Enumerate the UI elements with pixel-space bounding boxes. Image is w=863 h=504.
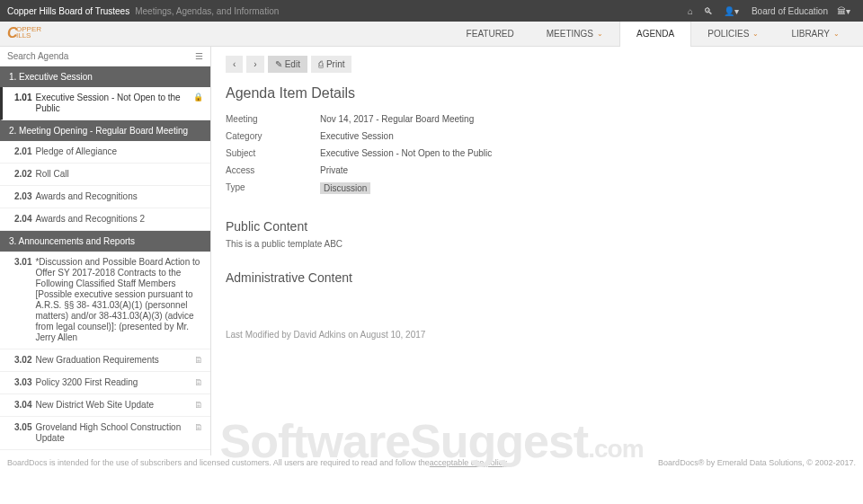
document-icon: 🗎 [194,422,203,432]
section-3[interactable]: 3. Announcements and Reports [0,231,210,252]
section-2[interactable]: 2. Meeting Opening - Regular Board Meeti… [0,120,210,141]
type-label: Type [226,182,320,194]
item-3-06[interactable]: 3.06Education Committee Report🗎 [0,450,210,455]
org-title: Copper Hills Board of Trustees [7,6,129,16]
toolbar: ‹ › ✎Edit ⎙Print [226,56,849,73]
subject-label: Subject [226,148,320,158]
public-content-text: This is a public template ABC [226,239,849,249]
meeting-value: Nov 14, 2017 - Regular Board Meeting [320,114,474,124]
search-bar: ☰ [0,47,210,66]
item-3-04[interactable]: 3.04New District Web Site Update🗎 [0,394,210,417]
footer: BoardDocs is intended for the use of sub… [0,455,863,470]
item-3-05[interactable]: 3.05Groveland High School Construction U… [0,417,210,450]
item-3-03[interactable]: 3.03Policy 3200 First Reading🗎 [0,372,210,394]
acceptable-use-link[interactable]: acceptable use policy [430,458,507,467]
access-value: Private [320,165,348,175]
tab-policies[interactable]: POLICIES⌄ [691,22,775,47]
content-area: ‹ › ✎Edit ⎙Print Agenda Item Details Mee… [211,47,863,455]
org-subtitle: Meetings, Agendas, and Information [135,6,279,16]
tab-featured[interactable]: FEATURED [450,22,530,47]
item-1-01[interactable]: 1.01Executive Session - Not Open to the … [0,87,210,120]
detail-heading: Agenda Item Details [226,85,849,102]
user-icon[interactable]: 👤▾ [724,6,739,16]
tab-library[interactable]: LIBRARY⌄ [775,22,856,47]
chevron-down-icon: ⌄ [597,30,603,38]
document-icon: 🗎 [194,355,203,365]
document-icon: 🗎 [194,400,203,410]
pencil-icon: ✎ [275,59,282,69]
top-bar: Copper Hills Board of Trustees Meetings,… [0,0,863,22]
subject-value: Executive Session - Not Open to the Publ… [320,148,492,158]
item-2-03[interactable]: 2.03Awards and Recognitions [0,186,210,208]
category-label: Category [226,131,320,141]
item-2-01[interactable]: 2.01Pledge of Allegiance [0,141,210,164]
footer-copyright: BoardDocs® by Emerald Data Solutions, © … [658,458,856,467]
item-3-01[interactable]: 3.01*Discussion and Possible Board Actio… [0,252,210,349]
item-2-02[interactable]: 2.02Roll Call [0,164,210,186]
meeting-label: Meeting [226,114,320,124]
public-content-heading: Public Content [226,219,849,234]
header: COPPERILLS FEATURED MEETINGS⌄ AGENDA POL… [0,22,863,47]
next-button[interactable]: › [246,56,263,73]
item-2-04[interactable]: 2.04Awards and Recognitions 2 [0,208,210,231]
tab-meetings[interactable]: MEETINGS⌄ [530,22,619,47]
document-icon: 🗎 [194,377,203,387]
home-icon[interactable]: ⌂ [688,6,693,16]
admin-content-heading: Administrative Content [226,270,849,285]
edit-button[interactable]: ✎Edit [268,56,307,73]
access-label: Access [226,165,320,175]
search-input[interactable] [7,51,195,61]
board-of-education-link[interactable]: Board of Education [752,6,828,16]
print-icon: ⎙ [318,59,324,69]
chevron-down-icon: ⌄ [833,30,840,38]
category-value: Executive Session [320,131,394,141]
item-3-02[interactable]: 3.02New Graduation Requirements🗎 [0,349,210,372]
tab-agenda[interactable]: AGENDA [619,22,691,47]
search-icon[interactable]: 🔍︎ [704,6,713,16]
main-nav: FEATURED MEETINGS⌄ AGENDA POLICIES⌄ LIBR… [450,22,856,47]
menu-icon[interactable]: ☰ [195,51,203,61]
type-value: Discussion [320,182,370,194]
detail-table: MeetingNov 14, 2017 - Regular Board Meet… [226,111,849,198]
main-area: ☰ 1. Executive Session 1.01Executive Ses… [0,47,863,455]
section-1[interactable]: 1. Executive Session [0,66,210,87]
building-icon[interactable]: 🏛▾ [837,6,850,16]
last-modified: Last Modified by David Adkins on August … [226,330,849,340]
sidebar: ☰ 1. Executive Session 1.01Executive Ses… [0,47,211,455]
prev-button[interactable]: ‹ [226,56,243,73]
lock-icon: 🔒 [193,93,203,102]
footer-text: BoardDocs is intended for the use of sub… [7,458,430,467]
print-button[interactable]: ⎙Print [311,56,352,73]
chevron-down-icon: ⌄ [752,30,759,38]
logo[interactable]: COPPERILLS [7,25,52,43]
